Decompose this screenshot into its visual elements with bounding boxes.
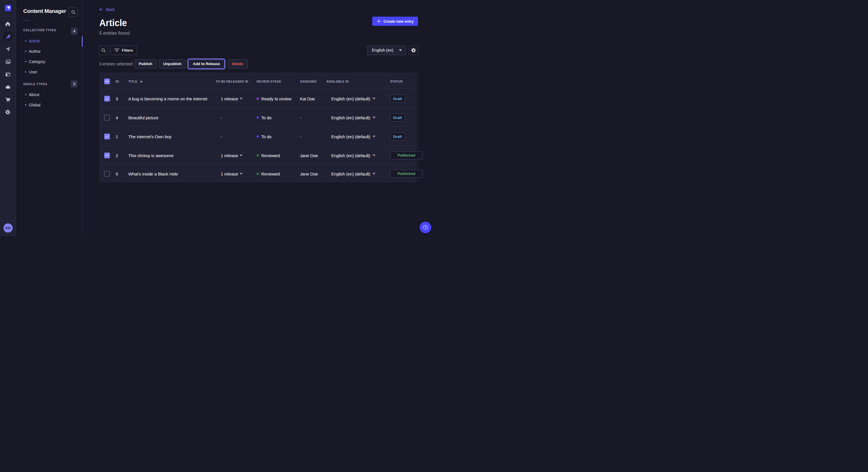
- svg-text:?: ?: [425, 226, 426, 229]
